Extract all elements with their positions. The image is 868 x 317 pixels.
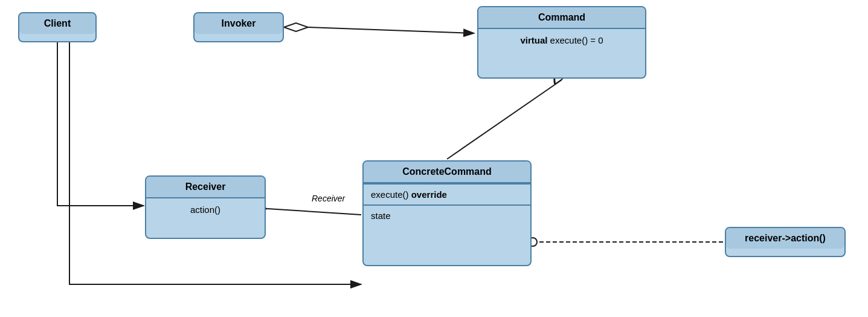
- svg-line-5: [447, 80, 562, 159]
- receiver-body: action(): [146, 198, 265, 221]
- virtual-keyword: virtual: [520, 35, 547, 45]
- concrete-command-box: ConcreteCommand execute() override state: [362, 160, 532, 266]
- command-box: Command virtual execute() = 0: [477, 6, 646, 79]
- arrows-svg: Command (aggregation line) --> Command -…: [0, 0, 868, 317]
- receiver-box: Receiver action(): [145, 175, 266, 239]
- invoker-header: Invoker: [194, 13, 283, 34]
- diagram-container: Command (aggregation line) --> Command -…: [0, 0, 868, 317]
- receiver-arrow-label: Receiver: [312, 194, 345, 203]
- receiver-header: Receiver: [146, 177, 265, 198]
- command-body: virtual execute() = 0: [478, 29, 645, 51]
- client-header: Client: [19, 13, 95, 34]
- svg-line-3: [308, 27, 474, 33]
- svg-marker-4: [284, 23, 308, 31]
- concrete-command-section2: state: [364, 204, 530, 226]
- command-header: Command: [478, 7, 645, 29]
- svg-line-6: [268, 209, 361, 215]
- concrete-command-header: ConcreteCommand: [364, 162, 530, 183]
- receiver-action-box: receiver->action(): [725, 227, 846, 257]
- invoker-box: Invoker: [193, 12, 284, 42]
- concrete-command-section1: execute() override: [364, 183, 530, 204]
- override-keyword: override: [411, 189, 447, 200]
- receiver-action-header: receiver->action(): [726, 228, 844, 249]
- client-box: Client: [18, 12, 97, 42]
